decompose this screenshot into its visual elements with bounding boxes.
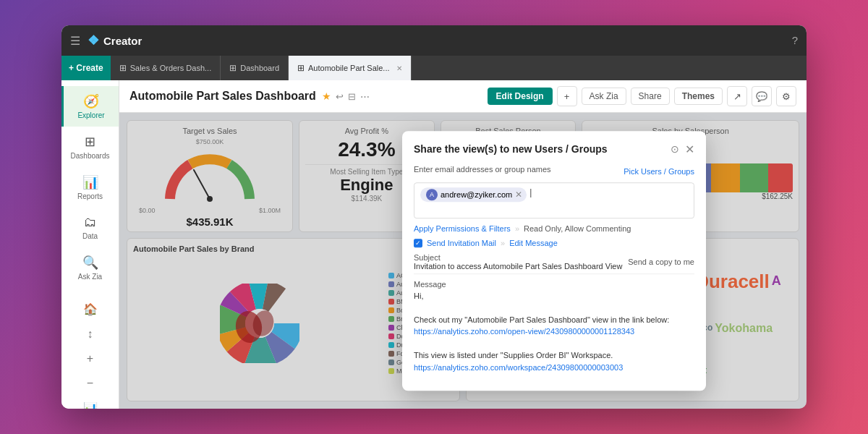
subject-content: Subject Invitation to access Automobile … (414, 253, 628, 271)
edit-message-link[interactable]: Edit Message (509, 239, 558, 247)
email-label-row: Enter email addresses or group names Pic… (414, 165, 694, 178)
tab-automobile[interactable]: ⊞ Automobile Part Sale... ✕ (289, 56, 412, 80)
pick-users-link[interactable]: Pick Users / Groups (624, 167, 694, 176)
app-title: Creator (103, 35, 142, 47)
sidebar-nav-resize[interactable]: ↕ (61, 322, 119, 346)
modal-close-button[interactable]: ✕ (685, 142, 694, 156)
sidebar-nav-home[interactable]: 🏠 (61, 297, 119, 322)
more-icon[interactable]: ⋯ (360, 91, 370, 102)
sidebar-bottom: 📊 Data Sources ⚙ Settings 🗑 Trash (68, 396, 112, 409)
sidebar-item-explorer[interactable]: 🧭 Explorer (61, 86, 119, 127)
sidebar-label-reports: Reports (77, 192, 103, 200)
message-content: Hi, Check out my "Automobile Part Sales … (414, 290, 694, 374)
message-line-1: Hi, (414, 290, 694, 302)
modal-title: Share the view(s) to new Users / Groups (414, 143, 608, 155)
sidebar-item-data[interactable]: 🗂 Data (61, 208, 119, 247)
send-sep: » (501, 239, 505, 247)
themes-button[interactable]: Themes (674, 88, 723, 105)
subject-field: Subject Invitation to access Automobile … (414, 253, 694, 274)
sidebar-label-dashboards: Dashboards (71, 152, 110, 160)
logo-area: ❖ Creator (88, 33, 142, 48)
tab-bar: + Create ⊞ Sales & Orders Dash... ⊞ Dash… (61, 56, 807, 80)
hamburger-icon[interactable]: ☰ (70, 34, 80, 48)
dashboard-area: Automobile Part Sales Dashboard ★ ↩ ⊟ ⋯ … (119, 80, 807, 409)
ask-zia-button[interactable]: Ask Zia (582, 88, 626, 105)
dashboard-header: Automobile Part Sales Dashboard ★ ↩ ⊟ ⋯ … (119, 80, 807, 113)
sidebar-label-data: Data (82, 232, 98, 240)
email-tag-address: andrew@zyiker.com (441, 190, 512, 199)
tab-sales-orders[interactable]: ⊞ Sales & Orders Dash... (111, 56, 221, 80)
email-label: Enter email addresses or group names (414, 165, 551, 174)
send-invitation-row: ✓ Send Invitation Mail » Edit Message (414, 239, 694, 247)
gear-icon[interactable]: ⚙ (776, 86, 796, 106)
send-invitation-label[interactable]: Send Invitation Mail (427, 239, 496, 247)
email-cursor: | (529, 187, 532, 197)
explorer-icon: 🧭 (83, 93, 99, 109)
sidebar-item-dashboards[interactable]: ⊞ Dashboards (61, 127, 119, 167)
message-line-4: This view is listed under "Supplies Orde… (414, 349, 694, 362)
star-icon[interactable]: ★ (322, 90, 331, 102)
tab-dashboard[interactable]: ⊞ Dashboard (221, 56, 289, 80)
check-mark: ✓ (415, 239, 421, 247)
send-copy-label[interactable]: Send a copy to me (628, 258, 694, 266)
share-button[interactable]: Share (631, 88, 670, 105)
add-button[interactable]: + (557, 86, 577, 106)
create-button[interactable]: + Create (61, 56, 111, 80)
tab-icon-3: ⊞ (297, 63, 305, 73)
ask-zia-icon: 🔍 (82, 255, 98, 271)
email-tag: A andrew@zyiker.com ✕ (420, 187, 527, 202)
reports-icon: 📊 (82, 174, 98, 190)
header-actions: Edit Design + Ask Zia Share Themes ↗ 💬 ⚙ (488, 86, 796, 106)
sidebar-nav-plus[interactable]: + (61, 346, 119, 371)
subject-value: Invitation to access Automobile Part Sal… (414, 262, 628, 271)
email-input-area[interactable]: A andrew@zyiker.com ✕ | (414, 182, 694, 218)
sidebar-item-reports[interactable]: 📊 Reports (61, 167, 119, 208)
modal-header-icons: ⊙ ✕ (671, 142, 694, 156)
email-tag-icon: A (426, 189, 438, 200)
subject-label: Subject (414, 253, 628, 262)
tabs: ⊞ Sales & Orders Dash... ⊞ Dashboard ⊞ A… (111, 56, 412, 80)
modal-header: Share the view(s) to new Users / Groups … (414, 142, 694, 156)
dashboard-title: Automobile Part Sales Dashboard (129, 90, 316, 103)
top-bar-right: ? (792, 34, 798, 47)
data-icon: 🗂 (84, 215, 97, 230)
grid-icon[interactable]: ⊟ (348, 91, 356, 102)
logo-icon: ❖ (88, 33, 99, 48)
minus-icon: − (87, 377, 93, 390)
perm-label: Read Only, Allow Commenting (524, 224, 631, 233)
resize-icon: ↕ (88, 328, 93, 341)
tab-icon-1: ⊞ (119, 63, 127, 73)
help-icon[interactable]: ? (792, 34, 798, 46)
message-line-3: https://analytics.zoho.com/open-view/243… (414, 326, 694, 338)
sidebar: 🧭 Explorer ⊞ Dashboards 📊 Reports 🗂 Data… (61, 80, 119, 409)
sidebar-item-datasources[interactable]: 📊 Data Sources (68, 396, 112, 409)
email-tag-close[interactable]: ✕ (515, 190, 522, 200)
subject-row: Subject Invitation to access Automobile … (414, 253, 694, 274)
message-field: Message Hi, Check out my "Automobile Par… (414, 280, 694, 374)
undo-icon[interactable]: ↩ (336, 91, 344, 102)
export-icon[interactable]: ↗ (727, 86, 747, 106)
message-line-5: https://analytics.zoho.com/workspace/243… (414, 362, 694, 374)
app-window: ☰ ❖ Creator ? + Create ⊞ Sales & Orders … (61, 25, 807, 409)
plus-icon: + (87, 352, 93, 365)
datasources-icon: 📊 (83, 401, 98, 409)
comment-icon[interactable]: 💬 (752, 86, 772, 106)
sidebar-item-ask-zia[interactable]: 🔍 Ask Zia (61, 247, 119, 288)
sidebar-label-ask-zia: Ask Zia (78, 273, 102, 281)
send-invitation-checkbox[interactable]: ✓ (414, 239, 422, 247)
message-label: Message (414, 280, 694, 289)
permissions-row: Apply Permissions & Filters » Read Only,… (414, 224, 694, 233)
edit-design-button[interactable]: Edit Design (488, 88, 553, 105)
dashboards-icon: ⊞ (85, 134, 95, 150)
share-modal: Share the view(s) to new Users / Groups … (402, 131, 706, 391)
sidebar-label-explorer: Explorer (77, 111, 104, 119)
home-icon: 🏠 (83, 302, 98, 316)
sidebar-nav-minus[interactable]: − (61, 371, 119, 396)
modal-help-icon[interactable]: ⊙ (671, 143, 679, 155)
tab-close-icon[interactable]: ✕ (396, 64, 402, 72)
perm-separator: » (515, 224, 519, 233)
apply-permissions-link[interactable]: Apply Permissions & Filters (414, 224, 511, 233)
dashboard-content: Target vs Sales $750.00K (119, 113, 807, 409)
message-line-2: Check out my "Automobile Part Sales Dash… (414, 314, 694, 326)
main-area: 🧭 Explorer ⊞ Dashboards 📊 Reports 🗂 Data… (61, 80, 807, 409)
